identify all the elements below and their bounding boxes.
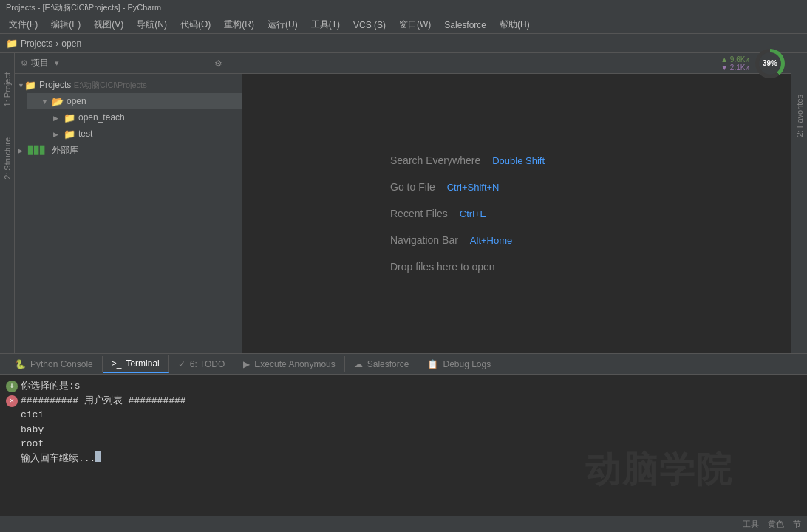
- status-yellow[interactable]: 黄色: [768, 519, 784, 530]
- menu-view[interactable]: 视图(V): [88, 17, 129, 33]
- sidebar-header-left: ⚙ 项目 ▾: [21, 57, 59, 69]
- welcome-row-navbar: Navigation Bar Alt+Home: [390, 234, 512, 246]
- recent-files-shortcut[interactable]: Ctrl+E: [460, 208, 486, 219]
- menu-navigate[interactable]: 导航(N): [131, 17, 173, 33]
- terminal-text-5: root: [21, 437, 44, 451]
- debug-logs-label: Debug Logs: [443, 359, 491, 369]
- tab-terminal[interactable]: >_ Terminal: [103, 355, 169, 373]
- ext-lib-bar-icon: ▊▊▊: [28, 146, 46, 155]
- ext-lib-expand-icon: [18, 146, 28, 154]
- menubar: 文件(F) 编辑(E) 视图(V) 导航(N) 代码(O) 重构(R) 运行(U…: [0, 16, 807, 34]
- network-stats: ▲ 9.6Kи ▼ 2.1Kи: [721, 55, 749, 72]
- status-bar: 工具 黄色 节: [0, 516, 807, 532]
- left-panel-labels: 1: Project 2: Structure: [0, 53, 15, 353]
- debug-logs-icon: 📋: [427, 359, 438, 369]
- bottom-tab-bar: 🐍 Python Console >_ Terminal ✓ 6: TODO ▶…: [0, 354, 807, 375]
- tab-execute-anonymous[interactable]: ▶ Execute Anonymous: [234, 356, 344, 372]
- goto-file-shortcut[interactable]: Ctrl+Shift+N: [447, 182, 500, 193]
- projects-root-label: Projects E:\动脑CiCi\Projects: [39, 80, 147, 91]
- cpu-percent: 39%: [759, 52, 781, 75]
- open-label: open: [67, 96, 86, 106]
- terminal-text-4: baby: [21, 423, 44, 437]
- menu-edit[interactable]: 编辑(E): [45, 17, 86, 33]
- tree-item-external-lib[interactable]: ▊▊▊ 外部库: [15, 142, 242, 158]
- goto-file-label: Go to File: [390, 181, 435, 193]
- tree-item-test[interactable]: 📁 test: [27, 126, 242, 142]
- sidebar-header-arrow[interactable]: ▾: [55, 58, 59, 68]
- test-expand-icon: [53, 130, 64, 138]
- menu-salesforce[interactable]: Salesforce: [438, 18, 492, 32]
- menu-window[interactable]: 窗口(W): [393, 17, 437, 33]
- welcome-row-search: Search Everywhere Double Shift: [390, 154, 545, 166]
- open-teach-folder-icon: 📁: [64, 112, 75, 123]
- breadcrumb-open[interactable]: open: [61, 38, 81, 49]
- panel-label-structure[interactable]: 2: Structure: [1, 133, 13, 184]
- tab-todo[interactable]: ✓ 6: TODO: [169, 356, 235, 372]
- test-label: test: [78, 129, 92, 139]
- sidebar-settings-btn[interactable]: ⚙: [214, 58, 222, 69]
- right-sidebar-labels: 2: Favorites: [791, 53, 807, 353]
- tab-debug-logs[interactable]: 📋 Debug Logs: [418, 356, 500, 372]
- search-everywhere-shortcut[interactable]: Double Shift: [492, 155, 545, 166]
- tree-children: 📂 open 📁 open_teach 📁 test: [15, 93, 242, 142]
- cpu-indicator[interactable]: 39%: [755, 49, 785, 78]
- terminal-line-6: 输入回车继续...: [6, 451, 801, 466]
- sidebar: ⚙ 项目 ▾ ⚙ — 📁 Projects E:\动脑CiCi\Projects: [15, 53, 242, 353]
- titlebar: Projects - [E:\动脑CiCi\Projects] - PyChar…: [0, 0, 807, 16]
- terminal-x-icon: ✕: [6, 395, 18, 407]
- menu-help[interactable]: 帮助(H): [494, 17, 536, 33]
- test-folder-icon: 📁: [64, 129, 75, 140]
- editor-top-bar: ▲ 9.6Kи ▼ 2.1Kи 39%: [242, 53, 791, 74]
- terminal-label: Terminal: [126, 358, 159, 369]
- editor-area: ▲ 9.6Kи ▼ 2.1Kи 39% Search Everywhere Do…: [242, 53, 791, 353]
- terminal-text-3: cici: [21, 408, 44, 423]
- terminal-icon-tab: >_: [112, 358, 122, 369]
- todo-icon: ✓: [178, 359, 185, 369]
- menu-run[interactable]: 运行(U): [262, 17, 304, 33]
- terminal-cursor: [95, 451, 101, 462]
- network-upload: ▲ 9.6Kи: [721, 55, 749, 64]
- breadcrumb-separator: ›: [55, 38, 58, 49]
- menu-file[interactable]: 文件(F): [3, 17, 44, 33]
- search-everywhere-label: Search Everywhere: [390, 154, 480, 166]
- tree-item-open-teach[interactable]: 📁 open_teach: [27, 109, 242, 126]
- projects-expand-icon: [18, 80, 24, 90]
- tab-python-console[interactable]: 🐍 Python Console: [6, 356, 103, 372]
- execute-label: Execute Anonymous: [254, 359, 335, 369]
- menu-refactor[interactable]: 重构(R): [218, 17, 260, 33]
- drop-files-label: Drop files here to open: [390, 261, 495, 273]
- breadcrumb-projects[interactable]: Projects: [21, 38, 52, 49]
- welcome-area: Search Everywhere Double Shift Go to Fil…: [242, 74, 791, 353]
- welcome-row-drop: Drop files here to open: [390, 261, 495, 273]
- terminal-text-6: 输入回车继续...: [21, 451, 95, 466]
- welcome-row-recent: Recent Files Ctrl+E: [390, 208, 486, 219]
- status-section[interactable]: 节: [793, 519, 801, 530]
- sidebar-header: ⚙ 项目 ▾ ⚙ —: [15, 53, 242, 74]
- tree-root-projects[interactable]: 📁 Projects E:\动脑CiCi\Projects: [15, 77, 242, 93]
- sidebar-collapse-btn[interactable]: —: [227, 58, 236, 69]
- terminal-text-2: ########## 用户列表 ##########: [21, 394, 186, 409]
- open-teach-label: open_teach: [78, 112, 125, 123]
- terminal-line-4: baby: [6, 423, 801, 437]
- breadcrumb-folder-icon: 📁: [6, 38, 18, 49]
- terminal-text-1: 你选择的是:s: [21, 379, 81, 394]
- salesforce-icon: ☁: [354, 359, 363, 369]
- terminal-content[interactable]: 动脑学院 + 你选择的是:s ✕ ########## 用户列表 #######…: [0, 375, 807, 516]
- network-download: ▼ 2.1Kи: [721, 64, 749, 72]
- terminal-line-3: cici: [6, 408, 801, 423]
- navigation-bar-shortcut[interactable]: Alt+Home: [470, 235, 512, 246]
- tree-item-open[interactable]: 📂 open: [27, 93, 242, 109]
- terminal-line-5: root: [6, 437, 801, 451]
- project-tree: 📁 Projects E:\动脑CiCi\Projects 📂 open 📁: [15, 74, 242, 353]
- open-folder-icon: 📂: [52, 96, 64, 107]
- menu-tools[interactable]: 工具(T): [305, 17, 346, 33]
- panel-label-project[interactable]: 1: Project: [1, 68, 13, 111]
- status-bar-right: 工具 黄色 节: [743, 519, 801, 530]
- status-tools[interactable]: 工具: [743, 519, 759, 530]
- tab-salesforce[interactable]: ☁ Salesforce: [345, 356, 419, 372]
- menu-code[interactable]: 代码(O): [174, 17, 217, 33]
- panel-label-favorites[interactable]: 2: Favorites: [794, 90, 806, 141]
- terminal-line-1: + 你选择的是:s: [6, 379, 801, 394]
- menu-vcs[interactable]: VCS (S): [347, 18, 392, 32]
- recent-files-label: Recent Files: [390, 208, 448, 219]
